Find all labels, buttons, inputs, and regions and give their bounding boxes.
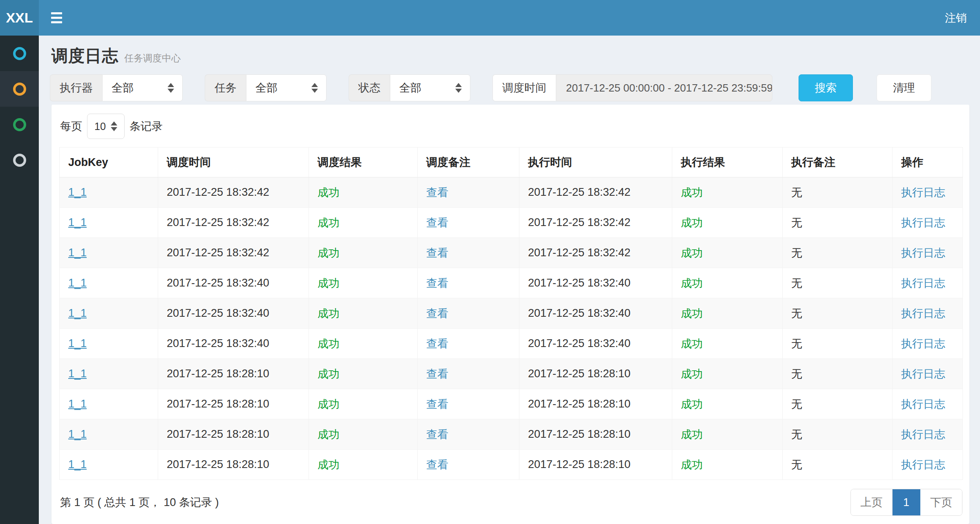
handle-msg-cell: 无 bbox=[791, 217, 802, 229]
sidebar-item-menu-executor[interactable] bbox=[0, 142, 39, 178]
clear-button[interactable]: 清理 bbox=[877, 74, 931, 101]
trigger-msg-link[interactable]: 查看 bbox=[426, 247, 448, 259]
page-size-select[interactable]: 10 bbox=[87, 114, 125, 139]
status-select[interactable]: 全部 bbox=[390, 74, 470, 101]
select-arrows-icon bbox=[168, 83, 174, 93]
jobkey-link[interactable]: 1_1 bbox=[68, 186, 87, 198]
jobkey-link[interactable]: 1_1 bbox=[68, 246, 87, 259]
column-header: 执行时间 bbox=[519, 148, 672, 177]
time-range-input[interactable]: 2017-12-25 00:00:00 - 2017-12-25 23:59:5… bbox=[556, 74, 772, 101]
trigger-msg-link[interactable]: 查看 bbox=[426, 398, 448, 410]
exec-log-link-cell: 执行日志 bbox=[893, 359, 963, 389]
handle-time-cell: 2017-12-25 18:32:42 bbox=[528, 186, 631, 198]
trigger-msg-link[interactable]: 查看 bbox=[426, 186, 448, 199]
trigger-msg-link[interactable]: 查看 bbox=[426, 307, 448, 320]
trigger-msg-link-cell: 查看 bbox=[418, 450, 519, 480]
sidebar-item-menu-joblog[interactable] bbox=[0, 71, 39, 107]
time-filter-label: 调度时间 bbox=[492, 74, 556, 101]
page-size-value: 10 bbox=[94, 121, 106, 132]
exec-log-link[interactable]: 执行日志 bbox=[901, 186, 945, 199]
exec-log-link[interactable]: 执行日志 bbox=[901, 338, 945, 350]
exec-log-link[interactable]: 执行日志 bbox=[901, 307, 945, 320]
handle-msg-cell: 无 bbox=[791, 247, 802, 259]
exec-log-link[interactable]: 执行日志 bbox=[901, 459, 945, 471]
sidebar-item-menu-dashboard[interactable] bbox=[0, 36, 39, 71]
jobkey-link[interactable]: 1_1 bbox=[68, 458, 87, 470]
handle-msg-cell-cell: 无 bbox=[783, 450, 893, 480]
trigger-msg-link-cell: 查看 bbox=[418, 359, 519, 389]
job-filter-group: 任务 全部 bbox=[205, 74, 327, 101]
logout-link[interactable]: 注销 bbox=[945, 11, 967, 25]
trigger-result-cell: 成功 bbox=[318, 307, 340, 320]
exec-log-link[interactable]: 执行日志 bbox=[901, 398, 945, 410]
exec-log-link[interactable]: 执行日志 bbox=[901, 428, 945, 441]
search-button[interactable]: 搜索 bbox=[799, 74, 853, 101]
exec-log-link-cell: 执行日志 bbox=[893, 238, 963, 268]
exec-log-link[interactable]: 执行日志 bbox=[901, 277, 945, 289]
trigger-result-cell-cell: 成功 bbox=[309, 329, 418, 359]
status-filter-label: 状态 bbox=[349, 74, 390, 101]
handle-time-cell: 2017-12-25 18:32:40 bbox=[528, 277, 631, 289]
handle-msg-cell-cell: 无 bbox=[783, 238, 893, 268]
table-row: 1_12017-12-25 18:28:10成功查看2017-12-25 18:… bbox=[60, 389, 963, 419]
trigger-time-cell-cell: 2017-12-25 18:32:42 bbox=[158, 238, 309, 268]
circle-icon bbox=[13, 83, 26, 96]
executor-select[interactable]: 全部 bbox=[102, 74, 183, 101]
app-logo[interactable]: XXL bbox=[0, 0, 39, 36]
trigger-msg-link[interactable]: 查看 bbox=[426, 368, 448, 380]
sidebar-toggle-icon[interactable] bbox=[51, 12, 62, 23]
jobkey-link[interactable]: 1_1 bbox=[68, 367, 87, 380]
next-page-button[interactable]: 下页 bbox=[920, 489, 962, 515]
trigger-time-cell: 2017-12-25 18:32:42 bbox=[167, 186, 269, 198]
jobkey-link[interactable]: 1_1 bbox=[68, 307, 87, 319]
page-title: 调度日志 bbox=[51, 45, 119, 67]
exec-log-link[interactable]: 执行日志 bbox=[901, 247, 945, 259]
trigger-time-cell: 2017-12-25 18:32:42 bbox=[167, 246, 269, 259]
trigger-msg-link[interactable]: 查看 bbox=[426, 428, 448, 441]
column-header: JobKey bbox=[60, 148, 158, 177]
trigger-msg-link[interactable]: 查看 bbox=[426, 217, 448, 229]
table-row: 1_12017-12-25 18:32:42成功查看2017-12-25 18:… bbox=[60, 177, 963, 208]
page-size-control: 每页 10 条记录 bbox=[60, 114, 962, 139]
column-header: 调度结果 bbox=[309, 148, 418, 177]
exec-log-link[interactable]: 执行日志 bbox=[901, 368, 945, 380]
current-page-button[interactable]: 1 bbox=[893, 489, 920, 515]
trigger-msg-link-cell: 查看 bbox=[418, 329, 519, 359]
job-select[interactable]: 全部 bbox=[246, 74, 327, 101]
trigger-msg-link[interactable]: 查看 bbox=[426, 277, 448, 289]
jobkey-link[interactable]: 1_1 bbox=[68, 398, 87, 410]
jobkey-link[interactable]: 1_1 bbox=[68, 277, 87, 289]
handle-msg-cell: 无 bbox=[791, 428, 802, 441]
trigger-result-cell-cell: 成功 bbox=[309, 268, 418, 298]
log-table-panel: 每页 10 条记录 JobKey调度时间调度结果调度备注执行时间执行结果执行备注… bbox=[51, 105, 969, 524]
sidebar-item-menu-jobinfo[interactable] bbox=[0, 107, 39, 142]
select-arrows-icon bbox=[455, 83, 462, 93]
status-filter-group: 状态 全部 bbox=[349, 74, 470, 101]
jobkey-link-cell: 1_1 bbox=[60, 329, 158, 359]
trigger-time-cell-cell: 2017-12-25 18:32:40 bbox=[158, 268, 309, 298]
jobkey-link[interactable]: 1_1 bbox=[68, 337, 87, 349]
handle-time-cell-cell: 2017-12-25 18:28:10 bbox=[519, 450, 672, 480]
trigger-time-cell-cell: 2017-12-25 18:28:10 bbox=[158, 450, 309, 480]
main-content: 调度日志 任务调度中心 执行器 全部 任务 全部 状态 全部 bbox=[39, 36, 980, 524]
exec-log-link[interactable]: 执行日志 bbox=[901, 217, 945, 229]
time-range-value: 2017-12-25 00:00:00 - 2017-12-25 23:59:5… bbox=[566, 82, 772, 94]
jobkey-link[interactable]: 1_1 bbox=[68, 216, 87, 228]
trigger-msg-link[interactable]: 查看 bbox=[426, 459, 448, 471]
trigger-time-cell: 2017-12-25 18:32:40 bbox=[167, 307, 269, 319]
handle-msg-cell-cell: 无 bbox=[783, 208, 893, 238]
jobkey-link[interactable]: 1_1 bbox=[68, 428, 87, 440]
jobkey-link-cell: 1_1 bbox=[60, 238, 158, 268]
handle-result-cell-cell: 成功 bbox=[672, 329, 783, 359]
trigger-msg-link[interactable]: 查看 bbox=[426, 338, 448, 350]
handle-msg-cell-cell: 无 bbox=[783, 389, 893, 419]
table-row: 1_12017-12-25 18:28:10成功查看2017-12-25 18:… bbox=[60, 419, 963, 450]
trigger-result-cell-cell: 成功 bbox=[309, 419, 418, 450]
handle-result-cell: 成功 bbox=[681, 459, 703, 471]
trigger-time-cell: 2017-12-25 18:28:10 bbox=[167, 398, 269, 410]
prev-page-button[interactable]: 上页 bbox=[851, 489, 893, 515]
page-subtitle: 任务调度中心 bbox=[124, 52, 181, 65]
handle-result-cell-cell: 成功 bbox=[672, 208, 783, 238]
select-arrows-icon bbox=[311, 83, 318, 93]
trigger-result-cell-cell: 成功 bbox=[309, 389, 418, 419]
